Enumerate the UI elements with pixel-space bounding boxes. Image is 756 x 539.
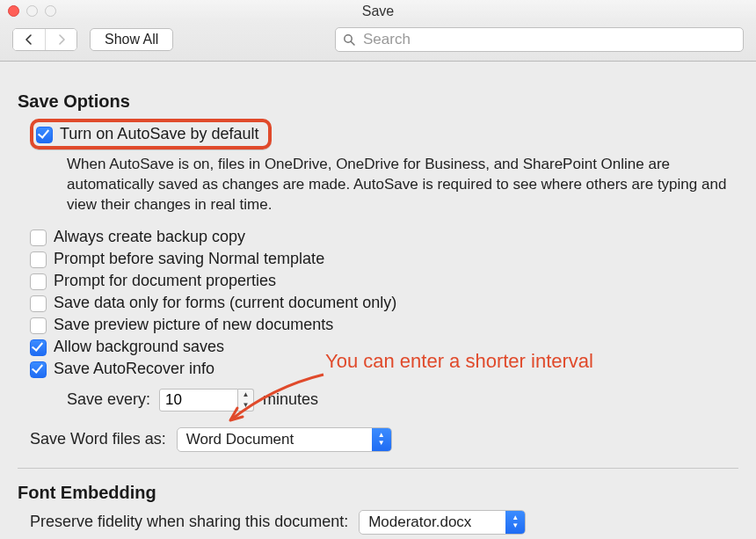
- chevron-left-icon: [25, 34, 33, 45]
- save-every-row: Save every: ▲ ▼ minutes: [67, 389, 738, 412]
- preserve-fidelity-value: Moderator.docx: [368, 514, 471, 531]
- prompt-props-label: Prompt for document properties: [54, 272, 276, 290]
- minimize-window-button[interactable]: [26, 5, 38, 17]
- prompt-normal-checkbox[interactable]: [30, 251, 47, 268]
- bg-saves-checkbox[interactable]: [30, 339, 47, 356]
- bg-saves-label: Allow background saves: [54, 338, 224, 356]
- autosave-row: Turn on AutoSave by default: [30, 119, 272, 149]
- preferences-content: Save Options Turn on AutoSave by default…: [0, 62, 756, 539]
- preview-pic-checkbox[interactable]: [30, 317, 47, 334]
- select-arrows-icon: ▲▼: [505, 511, 525, 534]
- forward-button[interactable]: [45, 29, 76, 50]
- save-as-select[interactable]: Word Document ▲▼: [177, 427, 392, 452]
- save-options-heading: Save Options: [18, 91, 738, 112]
- svg-line-1: [351, 41, 354, 45]
- backup-copy-row: Always create backup copy: [30, 228, 738, 246]
- save-as-label: Save Word files as:: [30, 430, 166, 448]
- save-every-stepper: ▲ ▼: [159, 389, 254, 412]
- search-input[interactable]: [361, 30, 736, 49]
- show-all-button[interactable]: Show All: [90, 28, 173, 51]
- forms-only-label: Save data only for forms (current docume…: [54, 294, 396, 312]
- select-arrows-icon: ▲▼: [372, 428, 391, 451]
- preserve-fidelity-row: Preserve fidelity when sharing this docu…: [30, 510, 738, 535]
- save-options-group: Turn on AutoSave by default When AutoSav…: [18, 119, 738, 412]
- titlebar: Save: [0, 0, 756, 22]
- forms-only-checkbox[interactable]: [30, 295, 47, 312]
- window-controls: [8, 5, 56, 17]
- section-divider: [18, 468, 738, 469]
- stepper-down-icon: ▼: [238, 400, 253, 411]
- prompt-normal-row: Prompt before saving Normal template: [30, 250, 738, 268]
- search-field[interactable]: [335, 27, 744, 52]
- preserve-fidelity-label: Preserve fidelity when sharing this docu…: [30, 513, 348, 531]
- save-every-label: Save every:: [67, 390, 150, 409]
- zoom-window-button[interactable]: [45, 5, 56, 17]
- prompt-normal-label: Prompt before saving Normal template: [54, 250, 324, 268]
- autosave-label: Turn on AutoSave by default: [60, 125, 259, 143]
- save-as-row: Save Word files as: Word Document ▲▼: [30, 427, 738, 452]
- nav-segmented: [12, 28, 77, 51]
- save-every-input[interactable]: [159, 389, 238, 412]
- back-button[interactable]: [13, 29, 45, 50]
- backup-copy-label: Always create backup copy: [54, 228, 245, 246]
- stepper-up-icon: ▲: [238, 390, 253, 400]
- save-as-value: Word Document: [186, 431, 294, 448]
- autorecover-row: Save AutoRecover info: [30, 360, 738, 378]
- window-title: Save: [0, 4, 756, 19]
- backup-copy-checkbox[interactable]: [30, 229, 47, 246]
- autosave-description: When AutoSave is on, files in OneDrive, …: [67, 155, 738, 215]
- save-every-arrows[interactable]: ▲ ▼: [238, 389, 254, 412]
- autosave-checkbox[interactable]: [36, 127, 53, 143]
- preserve-fidelity-select[interactable]: Moderator.docx ▲▼: [359, 510, 526, 535]
- preview-pic-row: Save preview picture of new documents: [30, 316, 738, 334]
- prompt-props-row: Prompt for document properties: [30, 272, 738, 290]
- preferences-toolbar: Show All: [0, 22, 756, 62]
- search-icon: [343, 33, 356, 47]
- bg-saves-row: Allow background saves: [30, 338, 738, 356]
- font-embedding-heading: Font Embedding: [18, 483, 738, 503]
- prompt-props-checkbox[interactable]: [30, 273, 47, 290]
- autorecover-checkbox[interactable]: [30, 361, 47, 378]
- close-window-button[interactable]: [8, 5, 19, 17]
- save-every-unit: minutes: [263, 390, 318, 409]
- preview-pic-label: Save preview picture of new documents: [54, 316, 333, 334]
- chevron-right-icon: [57, 34, 66, 45]
- autorecover-label: Save AutoRecover info: [54, 360, 214, 378]
- forms-only-row: Save data only for forms (current docume…: [30, 294, 738, 312]
